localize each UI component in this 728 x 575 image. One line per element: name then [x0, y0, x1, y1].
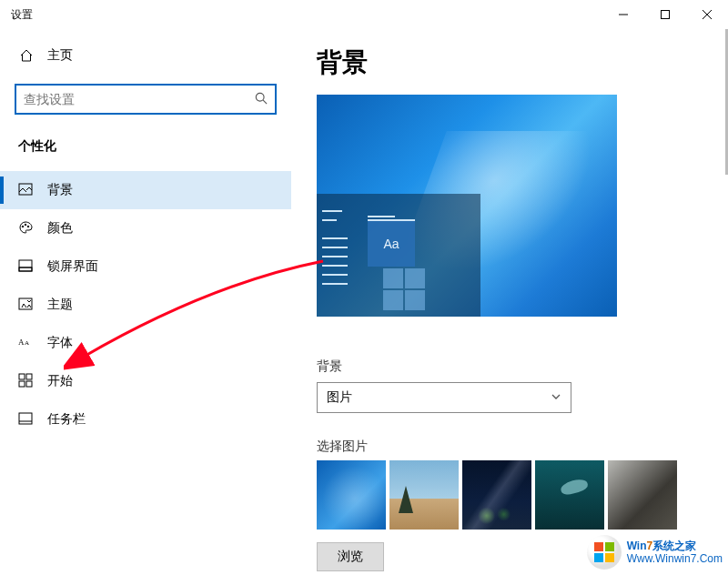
- nav-item-background[interactable]: 背景: [0, 171, 291, 209]
- nav-item-themes[interactable]: 主题: [0, 286, 291, 324]
- lockscreen-icon: [18, 258, 35, 275]
- nav-label: 颜色: [47, 220, 73, 237]
- palette-icon: [18, 220, 35, 237]
- svg-point-4: [256, 93, 264, 101]
- wallpaper-thumb[interactable]: [389, 460, 459, 530]
- dropdown-value: 图片: [327, 389, 352, 406]
- svg-rect-16: [19, 374, 25, 379]
- browse-button[interactable]: 浏览: [317, 542, 384, 571]
- nav-item-colors[interactable]: 颜色: [0, 209, 291, 247]
- chevron-down-icon: [551, 391, 561, 404]
- svg-rect-6: [19, 184, 32, 195]
- background-type-dropdown[interactable]: 图片: [317, 382, 571, 413]
- home-icon: [18, 47, 35, 64]
- desktop-preview: Aa: [317, 95, 617, 317]
- wallpaper-thumb[interactable]: [608, 460, 677, 530]
- titlebar: 设置: [0, 0, 728, 29]
- watermark-logo: [587, 535, 622, 570]
- nav-item-lockscreen[interactable]: 锁屏界面: [0, 247, 291, 286]
- svg-rect-20: [19, 413, 32, 424]
- start-icon: [18, 373, 35, 389]
- thumbnail-row: [317, 460, 701, 530]
- svg-rect-18: [19, 381, 25, 387]
- svg-rect-11: [19, 267, 32, 271]
- nav-list: 背景 颜色 锁屏界面 主题: [0, 171, 291, 439]
- svg-text:A: A: [25, 339, 29, 347]
- svg-line-5: [263, 100, 267, 104]
- section-title: 个性化: [0, 118, 291, 164]
- svg-text:A: A: [18, 338, 25, 347]
- home-label: 主页: [47, 47, 73, 64]
- svg-point-9: [27, 226, 29, 227]
- nav-item-start[interactable]: 开始: [0, 362, 291, 400]
- page-title: 背景: [317, 45, 701, 80]
- nav-item-fonts[interactable]: AA 字体: [0, 324, 291, 362]
- nav-label: 开始: [47, 373, 73, 389]
- choose-picture-label: 选择图片: [317, 439, 701, 455]
- nav-label: 主题: [47, 297, 73, 313]
- fonts-icon: AA: [18, 335, 35, 351]
- svg-point-8: [25, 224, 26, 226]
- preview-start-menu: Aa: [317, 194, 480, 317]
- background-field-label: 背景: [317, 358, 701, 375]
- nav-label: 锁屏界面: [47, 258, 98, 275]
- search-input[interactable]: [15, 84, 277, 115]
- themes-icon: [18, 297, 35, 313]
- taskbar-icon: [18, 411, 35, 428]
- sidebar: 主页 个性化 背景 颜色: [0, 29, 291, 575]
- minimize-button[interactable]: [602, 0, 644, 29]
- window-title: 设置: [11, 7, 33, 23]
- wallpaper-thumb[interactable]: [462, 460, 531, 530]
- content-area: 背景 Aa 背景 图片: [291, 29, 728, 575]
- svg-rect-13: [19, 298, 32, 309]
- preview-sample-text: Aa: [368, 219, 415, 267]
- close-button[interactable]: [686, 0, 728, 29]
- svg-rect-17: [26, 374, 32, 379]
- nav-label: 任务栏: [47, 411, 86, 428]
- home-button[interactable]: 主页: [0, 38, 291, 73]
- svg-point-7: [22, 226, 24, 227]
- svg-rect-19: [26, 381, 32, 387]
- wallpaper-thumb[interactable]: [535, 460, 604, 530]
- nav-label: 字体: [47, 335, 73, 351]
- maximize-button[interactable]: [644, 0, 686, 29]
- wallpaper-thumb[interactable]: [317, 460, 386, 530]
- window-controls: [602, 0, 728, 29]
- search-icon: [255, 92, 268, 107]
- nav-label: 背景: [47, 182, 73, 198]
- watermark: Win7系统之家 Www.Winwin7.Com: [587, 535, 723, 570]
- svg-rect-1: [662, 11, 670, 19]
- picture-icon: [18, 182, 35, 198]
- search-field[interactable]: [24, 92, 255, 106]
- nav-item-taskbar[interactable]: 任务栏: [0, 400, 291, 439]
